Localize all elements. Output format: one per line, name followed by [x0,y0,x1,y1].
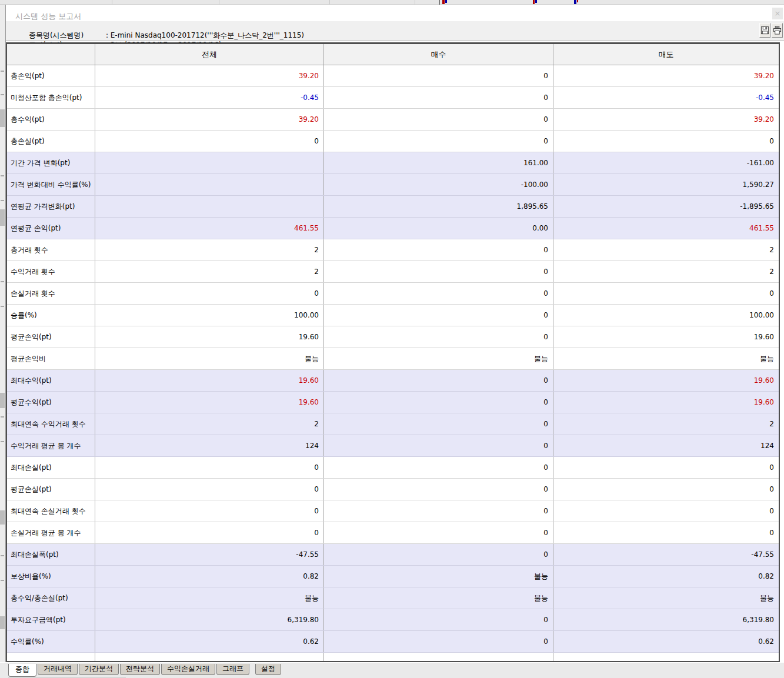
value-total [95,653,324,662]
table-row: 기간 가격 변화(pt) 161.00 -161.00 [7,152,779,174]
value-total: 0 [95,283,324,304]
print-icon [773,26,782,35]
performance-table: 전체 매수 매도 총손익(pt) 39.20 0 39.20 미청산포함 총손익… [6,42,780,662]
bottom-tab[interactable]: 그래프 [216,664,249,675]
table-row: 총손실(pt) 0 0 0 [7,131,779,152]
value-sell: 461.55 [553,218,779,239]
value-buy: 불능 [324,587,553,609]
value-buy: 0 [324,631,553,652]
value-buy: 0.00 [324,218,553,239]
table-row: 평균수익(pt) 19.60 0 19.60 [7,392,779,413]
metric-label: 평균손실(pt) [7,479,95,500]
value-buy: 0 [324,109,553,130]
candle-fragment [577,0,578,2]
value-buy: 불능 [324,348,553,369]
bottom-tab[interactable]: 설정 [255,664,281,675]
table-row: 투자요구금액(pt) 6,319.80 0 6,319.80 [7,609,779,631]
value-buy: 0 [324,87,553,108]
value-buy: 불능 [324,566,553,587]
table-row: 수익거래 평균 봉 개수 124 0 124 [7,435,779,457]
table-row: 총수익/총손실(pt) 불능 불능 불능 [7,587,779,609]
value-total: 2 [95,413,324,435]
table-row: 손실거래 횟수 0 0 0 [7,283,779,305]
value-sell: 0 [553,500,779,522]
value-sell: 39.20 [553,109,779,130]
value-total [95,196,324,217]
table-row: 총수익(pt) 39.20 0 39.20 [7,109,779,131]
report-table-body: 총손익(pt) 39.20 0 39.20 미청산포함 총손익(pt) -0.4… [7,65,779,662]
table-row: 총손익(pt) 39.20 0 39.20 [7,65,779,87]
divider [439,0,440,5]
print-button[interactable] [772,23,783,38]
value-buy: 1,895.65 [324,196,553,217]
metric-label: 최대손실폭(pt) [7,544,95,565]
metric-label: 평균손익(pt) [7,326,95,348]
value-total: 39.20 [95,109,324,130]
candle-fragment [535,0,537,3]
value-total: 19.60 [95,370,324,391]
divider [329,0,330,5]
value-sell: 불능 [553,587,779,609]
value-sell: 124 [553,435,779,456]
save-button[interactable] [759,23,770,38]
value-sell: 2 [553,413,779,435]
table-row: 연평균 손익(pt) 461.55 0.00 461.55 [7,218,779,239]
value-total: 100.00 [95,305,324,326]
table-row: 최대손실폭(pt) -47.55 0 -47.55 [7,544,779,566]
value-total: 불능 [95,587,324,609]
table-row: 총거래 횟수 2 0 2 [7,239,779,261]
value-buy: 0 [324,65,553,86]
value-sell: 0 [553,457,779,478]
table-row: 수익거래 횟수 2 0 2 [7,261,779,283]
table-row: 미청산포함 총손익(pt) -0.45 0 -0.45 [7,87,779,109]
candle-fragment [442,0,445,4]
divider [415,0,415,5]
table-row: 손실거래 평균 봉 개수 0 0 0 [7,522,779,544]
value-sell: 0 [553,283,779,304]
bottom-tab[interactable]: 전략분석 [120,664,160,675]
value-sell: 0 [553,522,779,543]
metric-label: 미청산포함 총손익(pt) [7,87,95,108]
value-buy: -100.00 [324,174,553,195]
bottom-tab[interactable]: 기간분석 [79,664,119,675]
divider [219,0,219,5]
value-buy: 0 [324,370,553,391]
value-total: 461.55 [95,218,324,239]
toolbar [759,23,783,38]
table-row: 최대연속 수익거래 횟수 2 0 2 [7,413,779,435]
screen: 시스템 성능 보고서 × 종목명(시스템명): E-mini Nasdaq100… [0,0,784,678]
value-buy: 0 [324,457,553,478]
table-row: 가격 변화대비 수익률(%) -100.00 1,590.27 [7,174,779,196]
value-buy: 0 [324,131,553,152]
value-buy: 0 [324,392,553,413]
value-sell: -0.45 [553,87,779,108]
table-row: 최대수익(pt) 19.60 0 19.60 [7,370,779,392]
table-row: 보상비율(%) 0.82 불능 0.82 [7,566,779,587]
close-icon: × [775,9,781,18]
value-sell: -1,895.65 [553,196,779,217]
value-buy: 0 [324,261,553,282]
metric-label: 총수익(pt) [7,109,95,130]
value-total: 39.20 [95,65,324,86]
value-sell: 39.20 [553,65,779,86]
bottom-tab[interactable]: 종합 [8,664,36,677]
metric-label: 최대연속 수익거래 횟수 [7,413,95,435]
value-sell: 0 [553,131,779,152]
value-total: 6,319.80 [95,609,324,630]
table-row: 평균손익비 불능 불능 불능 [7,348,779,370]
value-buy: 0 [324,479,553,500]
close-button[interactable]: × [772,8,783,19]
bottom-tab[interactable]: 거래내역 [38,664,78,675]
table-row: 평균손익(pt) 19.60 0 19.60 [7,326,779,348]
value-buy: 0 [324,609,553,630]
bottom-tab[interactable]: 수익손실거래 [161,664,215,675]
table-row: 평균손실(pt) 0 0 0 [7,479,779,500]
value-buy [324,653,553,662]
table-header-row: 전체 매수 매도 [7,44,779,65]
metric-label: 승률(%) [7,305,95,326]
value-total: -0.45 [95,87,324,108]
table-row: 승률(%) 100.00 0 100.00 [7,305,779,326]
metric-label: 손실거래 평균 봉 개수 [7,522,95,543]
value-total: 불능 [95,348,324,369]
table-row: 최대연속 손실거래 횟수 0 0 0 [7,500,779,522]
